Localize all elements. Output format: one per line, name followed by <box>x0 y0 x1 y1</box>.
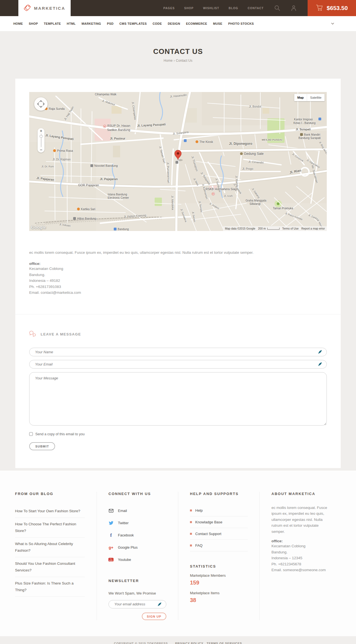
office-line: Indonesia – 12345 <box>271 555 329 561</box>
footer-help-column: HELP AND SUPPORTS Help Knowladge Base Co… <box>178 492 259 620</box>
map-label: HRSUP Dr. Hasan <box>103 124 130 128</box>
cart-icon <box>316 4 323 12</box>
policy-links[interactable]: PRIVACY POLICY . TERMS OF SERVICES <box>175 642 242 644</box>
message-textarea[interactable] <box>29 372 327 426</box>
map-label: RSKB Halmahera Siaga <box>206 188 238 191</box>
category-nav: HOME SHOP TEMPLATE HTML MARKETING PSD CM… <box>0 16 356 31</box>
map-label: Novotel Bandung <box>90 164 118 167</box>
map-label: Jl. Dr. Rajiman <box>53 158 71 161</box>
search-icon[interactable] <box>274 5 280 11</box>
office-line: Bandung. <box>29 272 327 278</box>
map-zoom-control[interactable]: + − <box>38 128 44 153</box>
map-label: The Kiosk <box>196 140 213 143</box>
map-label: Prima Rasa <box>53 149 73 152</box>
subnav-template[interactable]: TEMPLATE <box>44 22 61 25</box>
map-label: Jl. Patra Komala <box>285 212 303 221</box>
user-account-icon[interactable] <box>291 5 296 11</box>
stat-label: Marketplace Items <box>190 591 248 595</box>
hotel-map-icon <box>90 164 93 167</box>
zoom-out-button[interactable]: − <box>40 148 42 152</box>
knowledge-base-link[interactable]: Knowladge Base <box>190 516 248 528</box>
help-link[interactable]: Help <box>190 505 248 516</box>
submit-button[interactable]: SUBMIT <box>29 442 55 450</box>
subnav-shop[interactable]: SHOP <box>29 22 38 25</box>
subnav-design[interactable]: DESIGN <box>168 22 180 25</box>
cart-button[interactable]: $653.50 <box>308 0 356 16</box>
subnav-cms-templates[interactable]: CMS TEMPLATES <box>119 22 147 25</box>
subnav-html[interactable]: HTML <box>67 22 76 25</box>
terms-of-use-link[interactable]: Terms of Use <box>282 227 299 230</box>
map-pan-control[interactable] <box>34 97 48 111</box>
social-link-twitter[interactable]: Twitter <box>108 517 166 529</box>
page-title: CONTACT US <box>153 47 203 56</box>
contact-intro: ec mollis lorem consequat. Fusce ipsum e… <box>15 231 341 314</box>
email-input[interactable] <box>29 360 327 369</box>
tag-logo-icon <box>24 4 31 13</box>
content-card: Cihampelas WalkJl. HasanudinJl. MakmurJl… <box>15 79 341 468</box>
blog-post-link[interactable]: Should You Use Fashion Consultant Servic… <box>15 557 85 577</box>
social-link-google-plus[interactable]: g+ Google Plus <box>108 541 166 554</box>
restaurant-map-icon <box>53 149 56 152</box>
map-label: Cihampelas Walk <box>95 93 116 96</box>
hotel-map-icon <box>175 161 178 164</box>
subnav-photo-stocks[interactable]: PHOTO STOCKS <box>228 22 254 25</box>
office-label: office: <box>271 539 329 543</box>
office-line: Kecamatan Coblong <box>271 543 329 549</box>
breadcrumb: Home›Contact Us <box>164 59 192 63</box>
send-copy-checkbox[interactable] <box>29 432 33 436</box>
blog-post-link[interactable]: How To Choose The Perfect Fashion Store? <box>15 518 85 538</box>
top-nav-shop[interactable]: SHOP <box>184 6 194 10</box>
blog-post-link[interactable]: How To Start Your Own Fashion Store? <box>15 505 85 518</box>
blog-post-link[interactable]: Plus Size Fashion: Is There Such a Thing… <box>15 577 85 597</box>
map-labels: Cihampelas WalkJl. HasanudinJl. MakmurJl… <box>29 92 326 231</box>
top-nav-pages[interactable]: PAGES <box>163 6 175 10</box>
pen-icon <box>157 602 162 608</box>
top-nav-contact[interactable]: CONTACT <box>248 6 264 10</box>
zoom-slider-handle[interactable] <box>39 135 43 137</box>
subnav-muse[interactable]: MUSE <box>213 22 222 25</box>
zoom-in-button[interactable]: + <box>40 129 42 133</box>
sign-up-button[interactable]: SIGN UP <box>142 613 166 620</box>
faq-link[interactable]: FAQ <box>190 540 248 551</box>
logo[interactable]: MARKETICA <box>18 0 71 16</box>
google-map[interactable]: Cihampelas WalkJl. HasanudinJl. MakmurJl… <box>29 92 327 231</box>
subnav-psd[interactable]: PSD <box>107 22 113 25</box>
social-link-facebook[interactable]: f Facebook <box>108 529 166 541</box>
subnav-ecommerce[interactable]: ECOMMERCE <box>186 22 207 25</box>
subnav-home[interactable]: HOME <box>13 22 23 25</box>
name-input[interactable] <box>29 348 327 356</box>
subnav-code[interactable]: CODE <box>153 22 162 25</box>
map-label: Jl. Pasteur <box>110 137 125 140</box>
scale-bar <box>267 228 280 230</box>
map-label: Kelas I - Bandung <box>293 122 316 125</box>
office-line: Bandung. <box>271 549 329 555</box>
map-label: Jl. Hasanudin <box>170 94 187 98</box>
breadcrumb-home[interactable]: Home <box>164 59 172 63</box>
footer-about-heading: ABOUT MARKETICA <box>271 492 329 496</box>
subnav-marketing[interactable]: MARKETING <box>81 22 101 25</box>
map-label: Jl. Haji Yasin <box>64 106 75 121</box>
bullet-icon <box>190 533 192 535</box>
map-label: Sadikin Bandung <box>107 128 130 131</box>
breadcrumb-separator: › <box>174 59 175 63</box>
zoom-slider[interactable] <box>41 134 41 147</box>
map-type-map-button[interactable]: Map <box>294 94 307 101</box>
page-header: CONTACT US Home›Contact Us <box>0 31 356 79</box>
social-link-youtube[interactable]: YouTube Youtube <box>108 554 166 566</box>
twitter-icon <box>108 521 113 525</box>
report-map-error-link[interactable]: Report a map error <box>301 227 325 230</box>
map-label: Jl. Sulanjana <box>172 131 189 135</box>
send-copy-label: Send a copy of this email to you <box>35 432 85 436</box>
top-nav-blog[interactable]: BLOG <box>229 6 238 10</box>
contact-support-link[interactable]: Contact Support <box>190 528 248 540</box>
map-label: Electronic Center <box>108 197 129 199</box>
chevron-down-icon[interactable] <box>331 23 334 25</box>
restaurant-map-icon <box>77 208 80 210</box>
top-nav-wishlist[interactable]: WISHLIST <box>203 6 219 10</box>
copyright-bar: COPYRIGHT © 2015 TOKOPRESS PRIVACY POLIC… <box>0 636 356 644</box>
blog-post-link[interactable]: What is So Alluring About Celebrity Fash… <box>15 538 85 557</box>
social-link-email[interactable]: Email <box>108 505 166 517</box>
map-label: Bandung <box>114 228 129 231</box>
google-logo[interactable]: Google <box>31 225 46 230</box>
map-type-satellite-button[interactable]: Satellite <box>307 94 325 101</box>
